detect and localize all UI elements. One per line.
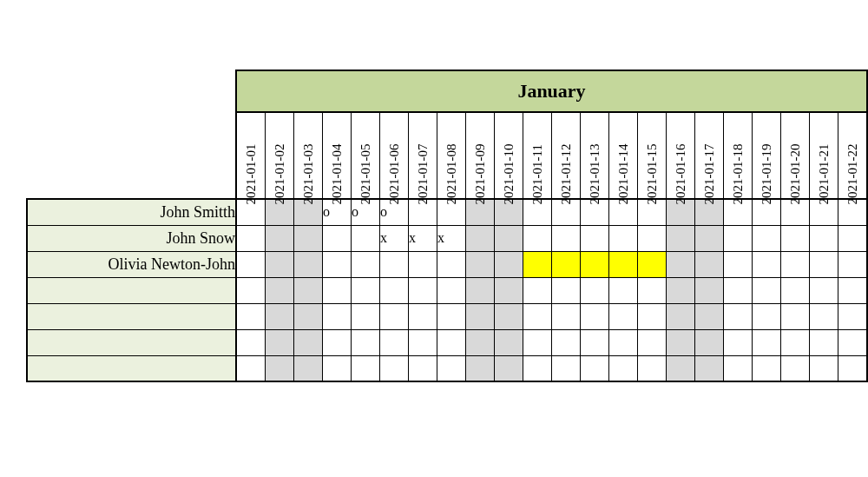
data-cell[interactable] (781, 251, 810, 277)
data-cell[interactable] (523, 303, 552, 329)
data-cell[interactable] (236, 303, 266, 329)
data-cell[interactable] (437, 251, 466, 277)
data-cell[interactable] (552, 329, 581, 355)
data-cell[interactable] (724, 251, 753, 277)
data-cell[interactable] (838, 329, 868, 355)
data-cell[interactable] (236, 329, 266, 355)
data-cell[interactable] (437, 355, 466, 381)
data-cell[interactable] (437, 277, 466, 303)
data-cell[interactable] (781, 277, 810, 303)
data-cell[interactable] (466, 225, 495, 251)
data-cell[interactable] (724, 303, 753, 329)
data-cell[interactable] (810, 355, 838, 381)
data-cell[interactable] (609, 303, 638, 329)
data-cell[interactable] (609, 329, 638, 355)
data-cell[interactable] (236, 225, 266, 251)
data-cell[interactable] (695, 355, 724, 381)
data-cell[interactable] (236, 355, 266, 381)
data-cell[interactable] (437, 329, 466, 355)
data-cell[interactable] (838, 251, 868, 277)
data-cell[interactable] (638, 277, 667, 303)
data-cell[interactable] (781, 355, 810, 381)
data-cell[interactable] (236, 277, 266, 303)
data-cell[interactable] (581, 251, 609, 277)
data-cell[interactable] (609, 251, 638, 277)
data-cell[interactable] (552, 251, 581, 277)
data-cell[interactable] (638, 329, 667, 355)
row-name[interactable] (27, 303, 236, 329)
data-cell[interactable] (552, 355, 581, 381)
data-cell[interactable] (552, 225, 581, 251)
row-name[interactable] (27, 329, 236, 355)
data-cell[interactable] (753, 277, 781, 303)
data-cell[interactable] (466, 303, 495, 329)
data-cell[interactable] (266, 225, 294, 251)
data-cell[interactable] (266, 303, 294, 329)
data-cell[interactable] (437, 303, 466, 329)
data-cell[interactable] (352, 355, 380, 381)
data-cell[interactable] (495, 225, 523, 251)
data-cell[interactable] (753, 303, 781, 329)
data-cell[interactable] (667, 355, 695, 381)
row-name[interactable] (27, 355, 236, 381)
data-cell[interactable] (352, 303, 380, 329)
data-cell[interactable] (695, 225, 724, 251)
data-cell[interactable] (352, 225, 380, 251)
data-cell[interactable] (323, 355, 352, 381)
data-cell[interactable] (294, 225, 323, 251)
data-cell[interactable] (609, 225, 638, 251)
data-cell[interactable] (294, 355, 323, 381)
data-cell[interactable] (380, 355, 409, 381)
data-cell[interactable]: x (437, 225, 466, 251)
data-cell[interactable] (466, 251, 495, 277)
data-cell[interactable] (810, 303, 838, 329)
data-cell[interactable] (753, 329, 781, 355)
data-cell[interactable] (724, 277, 753, 303)
row-name[interactable]: Olivia Newton-John (27, 251, 236, 277)
data-cell[interactable] (495, 355, 523, 381)
data-cell[interactable] (581, 277, 609, 303)
data-cell[interactable] (323, 277, 352, 303)
data-cell[interactable] (810, 329, 838, 355)
data-cell[interactable] (352, 329, 380, 355)
data-cell[interactable] (667, 251, 695, 277)
data-cell[interactable] (753, 355, 781, 381)
data-cell[interactable] (638, 303, 667, 329)
data-cell[interactable] (523, 225, 552, 251)
data-cell[interactable] (352, 277, 380, 303)
data-cell[interactable] (753, 251, 781, 277)
data-cell[interactable] (838, 303, 868, 329)
data-cell[interactable] (781, 329, 810, 355)
data-cell[interactable] (294, 251, 323, 277)
data-cell[interactable] (781, 303, 810, 329)
data-cell[interactable] (466, 329, 495, 355)
row-name[interactable] (27, 277, 236, 303)
data-cell[interactable] (581, 329, 609, 355)
data-cell[interactable] (838, 355, 868, 381)
data-cell[interactable] (724, 225, 753, 251)
data-cell[interactable] (380, 329, 409, 355)
data-cell[interactable] (266, 277, 294, 303)
data-cell[interactable] (552, 303, 581, 329)
data-cell[interactable] (667, 329, 695, 355)
data-cell[interactable] (781, 225, 810, 251)
data-cell[interactable] (724, 355, 753, 381)
row-name[interactable]: John Snow (27, 225, 236, 251)
data-cell[interactable] (638, 225, 667, 251)
data-cell[interactable] (466, 355, 495, 381)
data-cell[interactable] (266, 329, 294, 355)
data-cell[interactable] (266, 251, 294, 277)
data-cell[interactable] (495, 329, 523, 355)
data-cell[interactable] (695, 303, 724, 329)
data-cell[interactable] (810, 225, 838, 251)
data-cell[interactable] (667, 277, 695, 303)
data-cell[interactable] (523, 277, 552, 303)
data-cell[interactable] (724, 329, 753, 355)
data-cell[interactable] (409, 329, 437, 355)
data-cell[interactable]: x (409, 225, 437, 251)
data-cell[interactable] (294, 277, 323, 303)
row-name[interactable]: John Smitth (27, 199, 236, 225)
data-cell[interactable] (838, 225, 868, 251)
data-cell[interactable] (667, 303, 695, 329)
data-cell[interactable] (523, 329, 552, 355)
